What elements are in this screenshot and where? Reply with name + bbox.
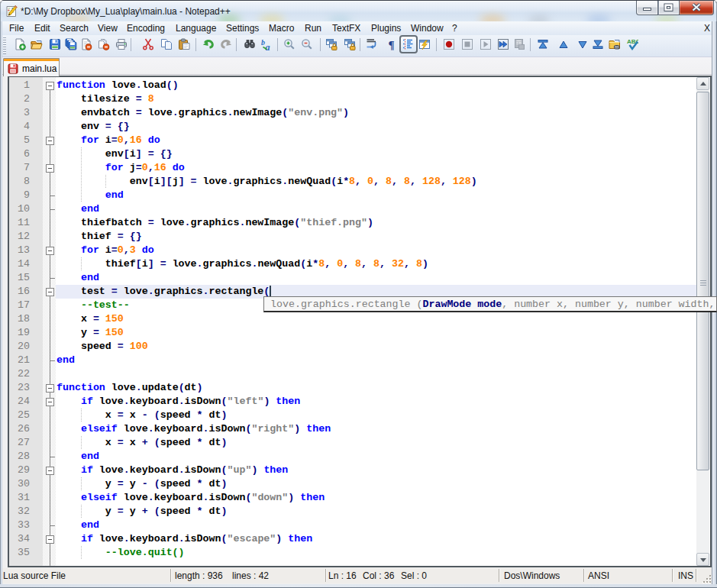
- svg-text:b: b: [261, 38, 265, 47]
- svg-text:¶: ¶: [389, 39, 395, 51]
